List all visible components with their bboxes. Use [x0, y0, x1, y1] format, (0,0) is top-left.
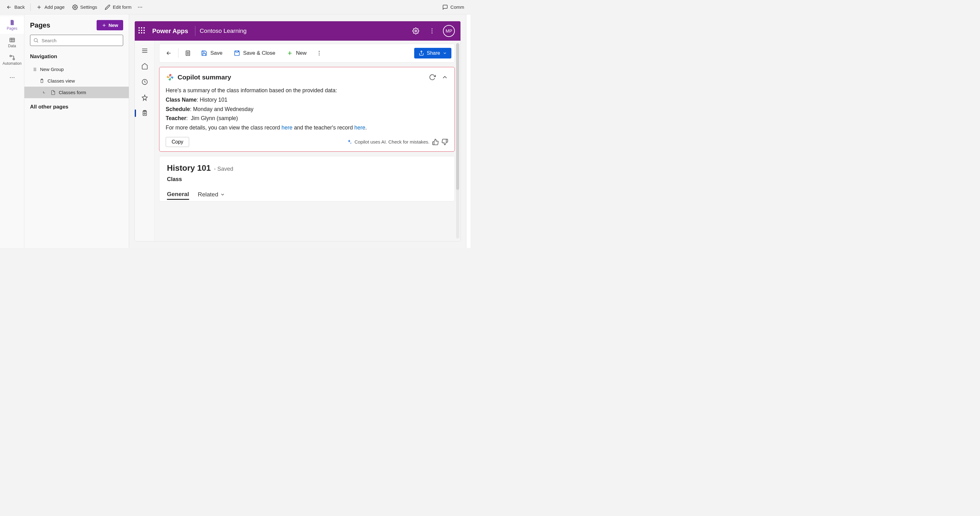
cmdbar-overflow[interactable] [313, 50, 325, 56]
add-page-button[interactable]: Add page [33, 3, 67, 12]
left-rail: Pages Data Automation [0, 14, 24, 248]
open-record-set[interactable] [181, 48, 194, 59]
page-icon [9, 19, 15, 25]
nav-classes-form-label: Classes form [59, 90, 86, 95]
share-button[interactable]: Share [414, 48, 452, 59]
scrollbar[interactable] [456, 43, 459, 239]
rail-pages-label: Pages [6, 26, 17, 31]
rail-data[interactable]: Data [0, 34, 24, 51]
more-vertical-icon [429, 27, 436, 34]
appbar-settings[interactable] [410, 25, 421, 36]
svg-point-49 [318, 55, 320, 56]
svg-line-19 [37, 41, 38, 42]
app-launcher-icon[interactable] [138, 27, 146, 35]
more-a: For more details, you can view the class… [165, 124, 282, 131]
nav-classes-form[interactable]: Classes form [24, 87, 129, 98]
copilot-body: Here's a summary of the class informatio… [165, 86, 448, 132]
svg-point-47 [318, 51, 320, 52]
svg-point-31 [432, 32, 433, 33]
sitemap-entity[interactable] [138, 106, 152, 120]
appbar-more[interactable] [427, 25, 438, 36]
sitemap-rail [135, 41, 155, 241]
pages-title: Pages [30, 21, 50, 29]
arrow-left-icon [165, 50, 172, 56]
main-layout: Pages Data Automation Pages New Navigati… [0, 14, 471, 248]
sitemap-home[interactable] [138, 59, 152, 73]
more-icon [9, 75, 15, 81]
copilot-summary-card: Copilot summary Here's a summary of the … [159, 67, 455, 152]
class-record-link[interactable]: here [282, 124, 293, 131]
teacher-value: Jim Glynn (sample) [191, 115, 238, 121]
nav-classes-view[interactable]: Classes view [24, 75, 129, 87]
table-icon [9, 37, 15, 43]
svg-point-28 [415, 30, 417, 32]
new-page-button[interactable]: New [97, 20, 123, 30]
refresh-icon[interactable] [429, 74, 436, 81]
top-command-bar: Back Add page Settings Edit form Comm [0, 0, 471, 14]
comments-button[interactable]: Comm [439, 3, 467, 12]
overflow-button[interactable] [136, 3, 144, 12]
new-page-label: New [108, 22, 118, 28]
thumbs-down-icon[interactable] [441, 139, 448, 145]
rail-pages[interactable]: Pages [0, 16, 24, 34]
separator [178, 48, 178, 58]
preview-window: Power Apps Contoso Learning MP [135, 21, 460, 241]
recordset-icon [185, 50, 191, 56]
rail-more[interactable] [0, 69, 24, 86]
product-name: Power Apps [152, 27, 188, 35]
svg-point-3 [74, 6, 76, 8]
share-icon [418, 50, 424, 56]
flow-icon [9, 54, 15, 61]
back-label: Back [14, 5, 25, 10]
svg-point-4 [138, 6, 138, 7]
preview-canvas: Power Apps Contoso Learning MP [129, 14, 466, 248]
svg-point-14 [11, 77, 13, 78]
tab-general[interactable]: General [167, 191, 189, 200]
save-label: Save [210, 50, 223, 56]
navigation-header: Navigation [24, 51, 129, 64]
back-button[interactable] [162, 48, 175, 59]
document-icon [51, 90, 56, 95]
svg-point-29 [432, 29, 433, 29]
settings-button[interactable]: Settings [69, 3, 100, 12]
tab-general-label: General [167, 191, 189, 197]
plus-icon [36, 5, 42, 10]
copilot-title: Copilot summary [178, 73, 231, 81]
edit-form-button[interactable]: Edit form [102, 3, 135, 12]
sparkle-icon [346, 139, 352, 145]
hamburger-icon [141, 47, 148, 54]
add-page-label: Add page [45, 5, 64, 10]
save-close-label: Save & Close [243, 50, 275, 56]
tab-related[interactable]: Related [198, 191, 225, 200]
nav-group[interactable]: New Group [24, 64, 129, 75]
back-button[interactable]: Back [3, 3, 28, 12]
pin-icon [141, 94, 148, 101]
new-record-button[interactable]: New [282, 48, 311, 59]
save-close-icon [234, 50, 240, 56]
comments-label: Comm [450, 5, 464, 10]
subitem-icon [43, 90, 48, 95]
save-button[interactable]: Save [197, 48, 227, 59]
teacher-record-link[interactable]: here [355, 124, 366, 131]
svg-point-11 [10, 55, 11, 57]
rail-automation[interactable]: Automation [0, 51, 24, 69]
pages-search-input[interactable] [30, 35, 123, 46]
other-pages-header: All other pages [24, 98, 129, 116]
save-close-button[interactable]: Save & Close [229, 48, 280, 59]
sitemap-hamburger[interactable] [138, 44, 152, 57]
svg-point-38 [144, 113, 145, 115]
clock-icon [141, 78, 148, 85]
class-name-value: History 101 [200, 97, 228, 103]
pages-panel: Pages New Navigation New Group Classes v… [24, 14, 129, 248]
record-header-card: History 101 - Saved Class General Relate… [159, 156, 455, 201]
pencil-icon [105, 5, 110, 10]
user-avatar[interactable]: MP [443, 25, 455, 37]
sitemap-recent[interactable] [138, 75, 152, 89]
right-gutter [466, 14, 471, 248]
copy-button[interactable]: Copy [165, 137, 189, 147]
thumbs-up-icon[interactable] [432, 139, 439, 145]
edit-form-label: Edit form [113, 5, 132, 10]
sitemap-pinned[interactable] [138, 91, 152, 104]
form-area: Save Save & Close New [155, 41, 460, 241]
chevron-up-icon[interactable] [441, 74, 448, 81]
